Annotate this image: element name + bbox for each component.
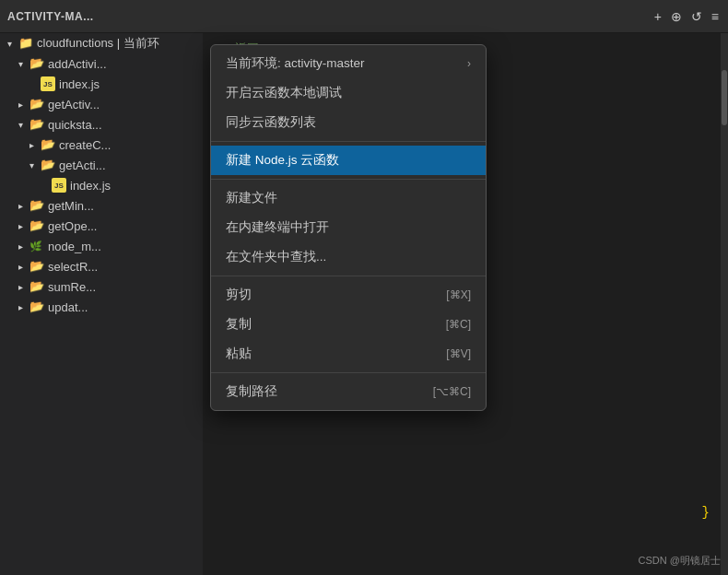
sidebar-item-quicksta[interactable]: quicksta...: [0, 114, 203, 135]
menu-item-sync-list[interactable]: 同步云函数列表: [211, 108, 486, 137]
menu-separator-2: [211, 179, 486, 180]
folder-icon: [29, 97, 44, 111]
sidebar-item-nodem[interactable]: node_m...: [0, 236, 203, 256]
chevron-icon: [18, 262, 29, 272]
folder-icon: [29, 218, 44, 233]
menu-item-label: 复制路径: [226, 383, 277, 400]
menu-item-label: 新建文件: [226, 190, 277, 206]
folder-icon: [29, 198, 44, 213]
menu-item-cut[interactable]: 剪切 [⌘X]: [211, 280, 486, 310]
menu-item-copy-path[interactable]: 复制路径 [⌥⌘C]: [211, 377, 486, 406]
sidebar-item-getacti2[interactable]: getActi...: [0, 155, 203, 175]
menu-item-paste[interactable]: 粘贴 [⌘V]: [211, 339, 486, 369]
shortcut-label: [⌘X]: [446, 288, 471, 301]
menu-item-new-nodejs[interactable]: 新建 Node.js 云函数: [211, 146, 486, 175]
folder-icon: [18, 36, 33, 51]
menu-item-label: 剪切: [226, 287, 252, 303]
menu-item-open-terminal[interactable]: 在内建终端中打开: [211, 213, 486, 242]
more-icon[interactable]: ≡: [710, 7, 721, 26]
sidebar-item-sumre[interactable]: sumRe...: [0, 276, 203, 297]
add-icon[interactable]: +: [652, 7, 663, 26]
folder-icon: [29, 56, 44, 71]
menu-item-current-env[interactable]: 当前环境: activity-master ›: [211, 49, 486, 78]
sidebar-item-cloudfunctions[interactable]: cloudfunctions | 当前环: [0, 33, 203, 53]
sidebar-item-label: index.js: [59, 77, 100, 91]
watermark: CSDN @明镜居士: [639, 554, 721, 568]
sidebar-item-label: getActiv...: [48, 98, 100, 111]
menu-item-new-file[interactable]: 新建文件: [211, 183, 486, 213]
menu-separator-1: [211, 141, 486, 142]
folder-green-icon: [29, 239, 44, 253]
submenu-arrow-icon: ›: [467, 57, 471, 70]
folder-icon: [29, 299, 44, 314]
menu-separator-4: [211, 372, 486, 373]
menu-item-label: 粘贴: [226, 346, 252, 362]
chevron-icon: [18, 302, 29, 312]
top-bar: ACTIVITY-MA... + ⊕ ↺ ≡: [0, 0, 728, 33]
menu-item-label: 同步云函数列表: [226, 114, 316, 131]
sidebar-item-createc[interactable]: createC...: [0, 135, 203, 155]
sidebar-item-label: getActi...: [59, 158, 106, 172]
menu-item-label: 开启云函数本地调试: [226, 85, 342, 101]
shortcut-label: [⌘V]: [446, 347, 471, 360]
top-bar-title: ACTIVITY-MA...: [7, 10, 94, 23]
folder-icon: [29, 279, 44, 294]
folder-icon: [29, 117, 44, 132]
menu-item-label: 在文件夹中查找...: [226, 249, 326, 265]
menu-item-copy[interactable]: 复制 [⌘C]: [211, 310, 486, 339]
chevron-icon: [18, 201, 29, 211]
sidebar-item-addactiv[interactable]: addActivi...: [0, 53, 203, 74]
scrollbar-thumb[interactable]: [722, 70, 727, 125]
chevron-icon: [18, 221, 29, 231]
menu-item-label: 新建 Node.js 云函数: [226, 152, 339, 169]
sidebar-item-label: node_m...: [48, 240, 101, 253]
folder-icon: [41, 137, 55, 152]
menu-item-label: 复制: [226, 316, 252, 333]
chevron-icon: [7, 39, 18, 49]
shortcut-label: [⌥⌘C]: [433, 385, 471, 398]
js-icon: JS: [41, 76, 55, 91]
chevron-icon: [29, 140, 41, 150]
sidebar-item-label: addActivi...: [48, 57, 107, 71]
sidebar-item-getmin[interactable]: getMin...: [0, 195, 203, 216]
sidebar-item-label: selectR...: [48, 260, 98, 274]
menu-item-label: 在内建终端中打开: [226, 219, 329, 236]
sidebar-item-getactiv[interactable]: getActiv...: [0, 94, 203, 114]
menu-item-enable-debug[interactable]: 开启云函数本地调试: [211, 78, 486, 108]
sidebar-item-label: getOpe...: [48, 219, 97, 233]
folder-icon: [41, 158, 55, 172]
menu-separator-3: [211, 276, 486, 276]
chevron-icon: [18, 59, 29, 69]
sidebar-item-indexjs-1[interactable]: JS index.js: [0, 74, 203, 94]
scrollbar[interactable]: [721, 33, 728, 575]
sidebar-item-indexjs-2[interactable]: JS index.js: [0, 175, 203, 195]
closing-bracket: }: [702, 503, 710, 520]
sidebar-item-label: createC...: [59, 138, 111, 152]
chevron-icon: [29, 160, 41, 170]
chevron-icon: [18, 100, 29, 110]
new-file-icon[interactable]: ⊕: [669, 7, 684, 26]
folder-icon: [29, 259, 44, 274]
sidebar: cloudfunctions | 当前环 addActivi... JS ind…: [0, 33, 203, 575]
menu-item-label: 当前环境: activity-master: [226, 55, 365, 72]
menu-item-find-in-folder[interactable]: 在文件夹中查找...: [211, 242, 486, 272]
sidebar-item-label: sumRe...: [48, 280, 96, 294]
shortcut-label: [⌘C]: [446, 318, 471, 331]
sidebar-item-label: index.js: [70, 179, 111, 193]
top-bar-icons: + ⊕ ↺ ≡: [652, 7, 721, 26]
sidebar-item-getope[interactable]: getOpe...: [0, 216, 203, 236]
context-menu: 当前环境: activity-master › 开启云函数本地调试 同步云函数列…: [210, 44, 487, 411]
chevron-icon: [18, 241, 29, 252]
sidebar-item-label: getMin...: [48, 199, 94, 213]
sidebar-item-label: cloudfunctions | 当前环: [37, 35, 159, 52]
chevron-icon: [18, 282, 29, 292]
sidebar-item-label: quicksta...: [48, 118, 102, 132]
sidebar-item-label: updat...: [48, 300, 88, 314]
sidebar-item-updat[interactable]: updat...: [0, 297, 203, 317]
sidebar-item-selectr[interactable]: selectR...: [0, 256, 203, 276]
chevron-icon: [18, 120, 29, 130]
js-icon: JS: [52, 178, 66, 193]
refresh-icon[interactable]: ↺: [689, 7, 704, 26]
